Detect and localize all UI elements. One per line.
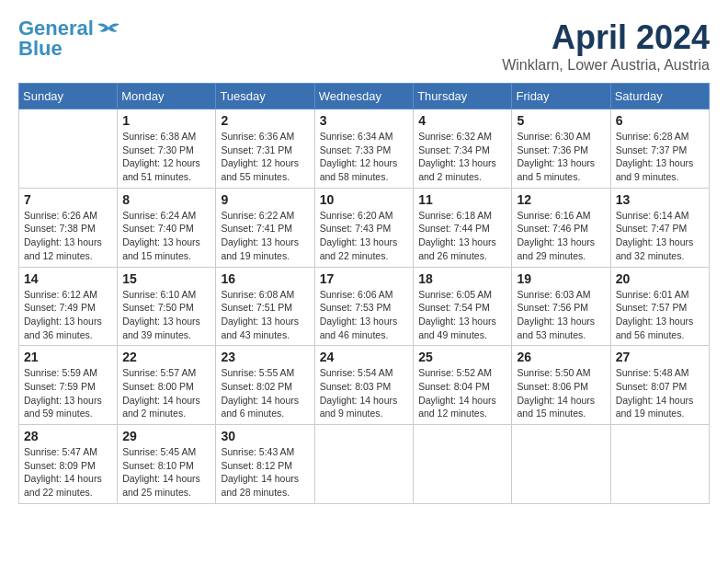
location-subtitle: Winklarn, Lower Austria, Austria bbox=[502, 57, 710, 74]
day-info: Sunrise: 6:34 AMSunset: 7:33 PMDaylight:… bbox=[320, 130, 409, 184]
day-number: 19 bbox=[517, 271, 605, 286]
day-number: 11 bbox=[418, 192, 506, 207]
day-header-thursday: Thursday bbox=[414, 84, 512, 109]
calendar-cell bbox=[314, 425, 414, 504]
day-number: 24 bbox=[320, 350, 409, 364]
day-number: 7 bbox=[24, 192, 112, 207]
day-info: Sunrise: 6:26 AMSunset: 7:38 PMDaylight:… bbox=[24, 209, 112, 263]
calendar-cell: 21Sunrise: 5:59 AMSunset: 7:59 PMDayligh… bbox=[19, 346, 118, 425]
calendar-cell: 12Sunrise: 6:16 AMSunset: 7:46 PMDayligh… bbox=[512, 188, 610, 267]
day-info: Sunrise: 5:45 AMSunset: 8:10 PMDaylight:… bbox=[122, 445, 210, 500]
day-number: 21 bbox=[24, 350, 112, 364]
day-info: Sunrise: 5:47 AMSunset: 8:09 PMDaylight:… bbox=[24, 445, 112, 500]
day-info: Sunrise: 5:43 AMSunset: 8:12 PMDaylight:… bbox=[221, 445, 309, 500]
day-info: Sunrise: 6:06 AMSunset: 7:53 PMDaylight:… bbox=[320, 288, 409, 342]
month-title: April 2024 bbox=[502, 18, 710, 57]
calendar-cell: 23Sunrise: 5:55 AMSunset: 8:02 PMDayligh… bbox=[216, 346, 314, 425]
day-info: Sunrise: 5:50 AMSunset: 8:06 PMDaylight:… bbox=[517, 366, 605, 420]
logo-bird-icon bbox=[96, 20, 121, 40]
calendar-cell: 29Sunrise: 5:45 AMSunset: 8:10 PMDayligh… bbox=[118, 425, 216, 504]
week-row-2: 7Sunrise: 6:26 AMSunset: 7:38 PMDaylight… bbox=[19, 188, 710, 267]
day-number: 1 bbox=[122, 113, 210, 128]
calendar-cell: 15Sunrise: 6:10 AMSunset: 7:50 PMDayligh… bbox=[118, 267, 216, 346]
day-info: Sunrise: 5:55 AMSunset: 8:02 PMDaylight:… bbox=[221, 366, 309, 420]
day-header-monday: Monday bbox=[118, 84, 216, 109]
day-number: 14 bbox=[24, 271, 112, 286]
logo-text: GeneralBlue bbox=[18, 18, 94, 59]
day-number: 17 bbox=[320, 271, 409, 286]
logo: GeneralBlue bbox=[18, 18, 121, 59]
day-number: 16 bbox=[221, 271, 309, 286]
calendar-cell: 25Sunrise: 5:52 AMSunset: 8:04 PMDayligh… bbox=[414, 346, 512, 425]
calendar-cell: 1Sunrise: 6:38 AMSunset: 7:30 PMDaylight… bbox=[118, 109, 216, 189]
calendar-cell: 2Sunrise: 6:36 AMSunset: 7:31 PMDaylight… bbox=[216, 109, 314, 189]
day-number: 28 bbox=[24, 429, 112, 443]
calendar-cell: 27Sunrise: 5:48 AMSunset: 8:07 PMDayligh… bbox=[610, 346, 709, 425]
day-header-friday: Friday bbox=[512, 84, 610, 109]
day-number: 4 bbox=[418, 113, 506, 128]
day-number: 29 bbox=[122, 429, 210, 443]
day-number: 8 bbox=[122, 192, 210, 207]
day-header-wednesday: Wednesday bbox=[314, 84, 414, 109]
calendar-cell: 8Sunrise: 6:24 AMSunset: 7:40 PMDaylight… bbox=[118, 188, 216, 267]
day-number: 2 bbox=[221, 113, 309, 128]
day-info: Sunrise: 6:12 AMSunset: 7:49 PMDaylight:… bbox=[24, 288, 112, 342]
week-row-5: 28Sunrise: 5:47 AMSunset: 8:09 PMDayligh… bbox=[19, 425, 710, 504]
calendar-cell bbox=[19, 109, 118, 189]
calendar-cell: 13Sunrise: 6:14 AMSunset: 7:47 PMDayligh… bbox=[610, 188, 709, 267]
day-header-sunday: Sunday bbox=[19, 84, 118, 109]
day-number: 22 bbox=[122, 350, 210, 364]
day-info: Sunrise: 6:18 AMSunset: 7:44 PMDaylight:… bbox=[418, 209, 506, 263]
day-number: 12 bbox=[517, 192, 605, 207]
calendar-header-row: SundayMondayTuesdayWednesdayThursdayFrid… bbox=[19, 84, 710, 109]
day-info: Sunrise: 5:54 AMSunset: 8:03 PMDaylight:… bbox=[320, 366, 409, 420]
page-header: GeneralBlue April 2024 Winklarn, Lower A… bbox=[18, 18, 710, 74]
calendar-cell bbox=[414, 425, 512, 504]
calendar-cell bbox=[610, 425, 709, 504]
day-info: Sunrise: 6:30 AMSunset: 7:36 PMDaylight:… bbox=[517, 130, 605, 184]
day-info: Sunrise: 6:01 AMSunset: 7:57 PMDaylight:… bbox=[616, 288, 704, 342]
calendar-cell: 30Sunrise: 5:43 AMSunset: 8:12 PMDayligh… bbox=[216, 425, 314, 504]
day-info: Sunrise: 6:20 AMSunset: 7:43 PMDaylight:… bbox=[320, 209, 409, 263]
day-number: 13 bbox=[616, 192, 704, 207]
title-block: April 2024 Winklarn, Lower Austria, Aust… bbox=[502, 18, 710, 74]
calendar-cell: 24Sunrise: 5:54 AMSunset: 8:03 PMDayligh… bbox=[314, 346, 414, 425]
week-row-1: 1Sunrise: 6:38 AMSunset: 7:30 PMDaylight… bbox=[19, 109, 710, 189]
day-header-saturday: Saturday bbox=[610, 84, 709, 109]
calendar-cell bbox=[512, 425, 610, 504]
day-info: Sunrise: 5:57 AMSunset: 8:00 PMDaylight:… bbox=[122, 366, 210, 420]
calendar-cell: 18Sunrise: 6:05 AMSunset: 7:54 PMDayligh… bbox=[414, 267, 512, 346]
calendar-cell: 17Sunrise: 6:06 AMSunset: 7:53 PMDayligh… bbox=[314, 267, 414, 346]
day-info: Sunrise: 5:59 AMSunset: 7:59 PMDaylight:… bbox=[24, 366, 112, 420]
calendar-cell: 28Sunrise: 5:47 AMSunset: 8:09 PMDayligh… bbox=[19, 425, 118, 504]
calendar-cell: 19Sunrise: 6:03 AMSunset: 7:56 PMDayligh… bbox=[512, 267, 610, 346]
day-number: 10 bbox=[320, 192, 409, 207]
day-header-tuesday: Tuesday bbox=[216, 84, 314, 109]
day-info: Sunrise: 6:24 AMSunset: 7:40 PMDaylight:… bbox=[122, 209, 210, 263]
day-info: Sunrise: 6:36 AMSunset: 7:31 PMDaylight:… bbox=[221, 130, 309, 184]
calendar-cell: 22Sunrise: 5:57 AMSunset: 8:00 PMDayligh… bbox=[118, 346, 216, 425]
calendar-cell: 26Sunrise: 5:50 AMSunset: 8:06 PMDayligh… bbox=[512, 346, 610, 425]
calendar-cell: 10Sunrise: 6:20 AMSunset: 7:43 PMDayligh… bbox=[314, 188, 414, 267]
day-info: Sunrise: 6:05 AMSunset: 7:54 PMDaylight:… bbox=[418, 288, 506, 342]
day-number: 15 bbox=[122, 271, 210, 286]
calendar-cell: 20Sunrise: 6:01 AMSunset: 7:57 PMDayligh… bbox=[610, 267, 709, 346]
day-info: Sunrise: 6:32 AMSunset: 7:34 PMDaylight:… bbox=[418, 130, 506, 184]
day-number: 30 bbox=[221, 429, 309, 443]
week-row-3: 14Sunrise: 6:12 AMSunset: 7:49 PMDayligh… bbox=[19, 267, 710, 346]
day-number: 18 bbox=[418, 271, 506, 286]
day-info: Sunrise: 6:14 AMSunset: 7:47 PMDaylight:… bbox=[616, 209, 704, 263]
day-number: 9 bbox=[221, 192, 309, 207]
day-info: Sunrise: 6:03 AMSunset: 7:56 PMDaylight:… bbox=[517, 288, 605, 342]
calendar-cell: 7Sunrise: 6:26 AMSunset: 7:38 PMDaylight… bbox=[19, 188, 118, 267]
calendar-cell: 9Sunrise: 6:22 AMSunset: 7:41 PMDaylight… bbox=[216, 188, 314, 267]
day-info: Sunrise: 5:52 AMSunset: 8:04 PMDaylight:… bbox=[418, 366, 506, 420]
day-info: Sunrise: 6:16 AMSunset: 7:46 PMDaylight:… bbox=[517, 209, 605, 263]
calendar-cell: 4Sunrise: 6:32 AMSunset: 7:34 PMDaylight… bbox=[414, 109, 512, 189]
day-number: 23 bbox=[221, 350, 309, 364]
calendar-cell: 11Sunrise: 6:18 AMSunset: 7:44 PMDayligh… bbox=[414, 188, 512, 267]
calendar-cell: 3Sunrise: 6:34 AMSunset: 7:33 PMDaylight… bbox=[314, 109, 414, 189]
day-info: Sunrise: 5:48 AMSunset: 8:07 PMDaylight:… bbox=[616, 366, 704, 420]
day-info: Sunrise: 6:28 AMSunset: 7:37 PMDaylight:… bbox=[616, 130, 704, 184]
calendar-cell: 14Sunrise: 6:12 AMSunset: 7:49 PMDayligh… bbox=[19, 267, 118, 346]
